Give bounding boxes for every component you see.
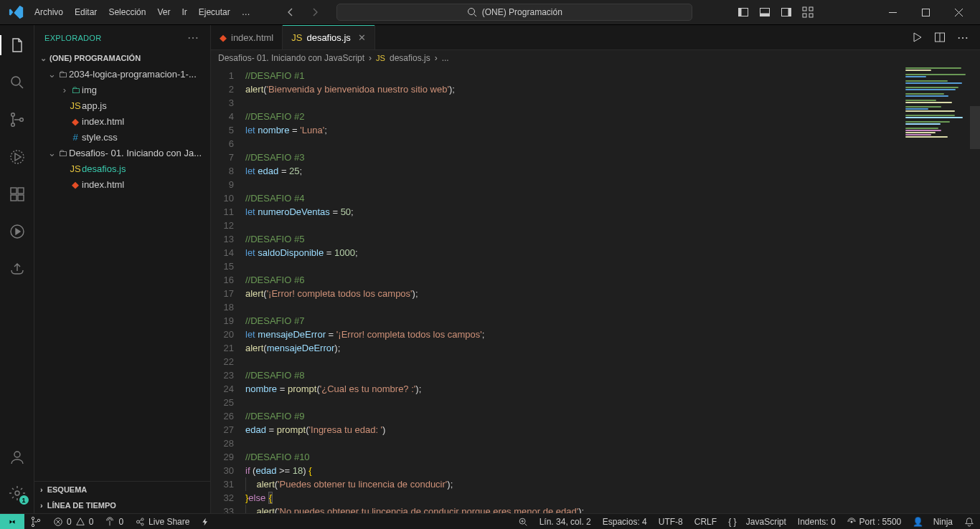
ninja-icon: 👤: [913, 517, 923, 527]
timeline-section[interactable]: ›LÍNEA DE TIEMPO: [34, 497, 210, 513]
folder-icon: 🗀: [56, 148, 69, 158]
file-indexhtml2[interactable]: ◆ index.html: [34, 176, 210, 192]
folder-img[interactable]: › 🗀 img: [34, 82, 210, 97]
file-desafiosjs[interactable]: JS desafios.js: [34, 161, 210, 176]
sb-lightning[interactable]: [195, 514, 215, 530]
layout-sidebar-left-icon[interactable]: [738, 6, 749, 18]
breadcrumb-seg[interactable]: Desafios- 01. Iniciando con JavaScript: [218, 53, 364, 63]
chevron-down-icon: ⌄: [40, 54, 47, 63]
explorer-more-icon[interactable]: ⋯: [187, 31, 200, 44]
sb-bell[interactable]: [958, 514, 980, 530]
folder-desafios[interactable]: ⌄ 🗀 Desafios- 01. Iniciando con Ja...: [34, 145, 210, 161]
editor-group: ◆ index.html JS desafios.js ✕ ⋯ Desafios…: [211, 25, 980, 513]
remote-indicator[interactable]: [0, 514, 24, 530]
file-indexhtml[interactable]: ◆ index.html: [34, 113, 210, 129]
sb-eol[interactable]: CRLF: [689, 514, 722, 530]
file-label: desafios.js: [82, 163, 126, 174]
menu-ver[interactable]: Ver: [151, 4, 176, 20]
sb-branch[interactable]: [24, 514, 47, 530]
activity-extensions[interactable]: [0, 180, 34, 209]
minimize-button[interactable]: [877, 0, 910, 25]
svg-rect-4: [760, 14, 770, 16]
chevron-down-icon: ⌄: [47, 148, 56, 158]
sb-lang[interactable]: { } JavaScript: [722, 514, 792, 530]
menu-bar: ArchivoEditarSelecciónVerIrEjecutar: [29, 4, 236, 20]
tab-desafiosjs[interactable]: JS desafios.js ✕: [283, 25, 375, 49]
sb-spaces[interactable]: Espacios: 4: [597, 514, 653, 530]
file-tree: ⌄ (ONE) PROGRAMACIÓN ⌄ 🗀 2034-logica-pro…: [34, 50, 210, 196]
sb-ports[interactable]: 0: [99, 514, 129, 530]
activity-source-control[interactable]: [0, 105, 34, 134]
breadcrumb-seg[interactable]: ...: [442, 53, 449, 63]
js-file-icon: JS: [69, 100, 82, 111]
file-stylecss[interactable]: # style.css: [34, 129, 210, 145]
folder-label: 2034-logica-programacion-1-...: [69, 69, 197, 80]
layout-panel-icon[interactable]: [759, 6, 771, 18]
outline-section[interactable]: ›ESQUEMA: [34, 482, 210, 497]
file-label: index.html: [82, 116, 124, 127]
svg-rect-6: [788, 9, 791, 16]
svg-rect-20: [18, 195, 24, 201]
tree-root[interactable]: ⌄ (ONE) PROGRAMACIÓN: [34, 50, 210, 66]
vscode-logo-icon: [9, 4, 24, 20]
sb-ninja[interactable]: 👤 Ninja: [907, 514, 958, 530]
section-label: ESQUEMA: [47, 485, 88, 494]
overview-ruler[interactable]: [970, 106, 980, 149]
activity-debug-console[interactable]: [0, 217, 34, 246]
breadcrumbs[interactable]: Desafios- 01. Iniciando con JavaScript ›…: [211, 50, 980, 66]
activity-search[interactable]: [0, 68, 34, 97]
folder-label: Desafios- 01. Iniciando con Ja...: [69, 148, 202, 158]
maximize-button[interactable]: [910, 0, 943, 25]
menu-selección[interactable]: Selección: [103, 4, 151, 20]
command-center[interactable]: (ONE) Programación: [336, 4, 692, 21]
close-tab-icon[interactable]: ✕: [358, 32, 366, 43]
close-window-button[interactable]: [943, 0, 976, 25]
chevron-down-icon: ⌄: [47, 69, 56, 80]
svg-rect-10: [809, 14, 813, 17]
file-appjs[interactable]: JS app.js: [34, 97, 210, 113]
layout-sidebar-right-icon[interactable]: [781, 6, 792, 18]
menu-ejecutar[interactable]: Ejecutar: [193, 4, 236, 20]
editor-more-icon[interactable]: ⋯: [957, 31, 970, 44]
split-editor-icon[interactable]: [934, 32, 946, 43]
menu-archivo[interactable]: Archivo: [29, 4, 69, 20]
sb-encoding[interactable]: UTF-8: [653, 514, 689, 530]
nav-back-icon[interactable]: [285, 6, 296, 18]
sb-golive[interactable]: Port : 5500: [842, 514, 908, 530]
svg-rect-12: [923, 9, 930, 16]
chevron-right-icon: ›: [435, 53, 438, 63]
git-branch-icon: [30, 516, 42, 528]
menu-ir[interactable]: Ir: [176, 4, 192, 20]
minimap[interactable]: [894, 66, 980, 513]
menu-overflow[interactable]: …: [236, 4, 256, 20]
nav-forward-icon[interactable]: [309, 6, 321, 18]
activity-explorer[interactable]: [0, 31, 34, 59]
folder-icon: 🗀: [56, 69, 69, 80]
svg-rect-19: [11, 195, 17, 201]
sb-indents[interactable]: Indents: 0: [792, 514, 842, 530]
sb-zoom[interactable]: [512, 514, 534, 530]
braces-icon: { }: [728, 517, 736, 527]
svg-point-27: [32, 517, 34, 519]
svg-rect-2: [739, 9, 742, 16]
status-bar: 0 0 0 Live Share Lín. 34, col. 2 Espacio…: [0, 513, 980, 529]
chevron-right-icon: ›: [60, 85, 69, 95]
menu-editar[interactable]: Editar: [69, 4, 103, 20]
svg-rect-21: [18, 188, 24, 194]
file-label: app.js: [82, 100, 107, 111]
activity-settings[interactable]: 1: [0, 479, 34, 507]
tab-indexhtml[interactable]: ◆ index.html: [211, 25, 283, 49]
activity-run-debug[interactable]: [0, 143, 34, 171]
code-editor[interactable]: 1234567891011121314151617181920212223242…: [211, 66, 980, 513]
code-content[interactable]: //DESAFIO #1alert('Bienvenida y bienveni…: [242, 66, 980, 513]
svg-rect-11: [889, 12, 897, 13]
breadcrumb-seg[interactable]: desafios.js: [390, 53, 430, 63]
run-icon[interactable]: [911, 32, 923, 43]
folder-2034[interactable]: ⌄ 🗀 2034-logica-programacion-1-...: [34, 66, 210, 82]
sb-liveshare[interactable]: Live Share: [129, 514, 195, 530]
sb-cursor-pos[interactable]: Lín. 34, col. 2: [534, 514, 597, 530]
activity-accounts[interactable]: [0, 443, 34, 472]
sb-problems[interactable]: 0 0: [47, 514, 99, 530]
activity-port-forward[interactable]: [0, 254, 34, 283]
layout-customize-icon[interactable]: [802, 6, 814, 18]
